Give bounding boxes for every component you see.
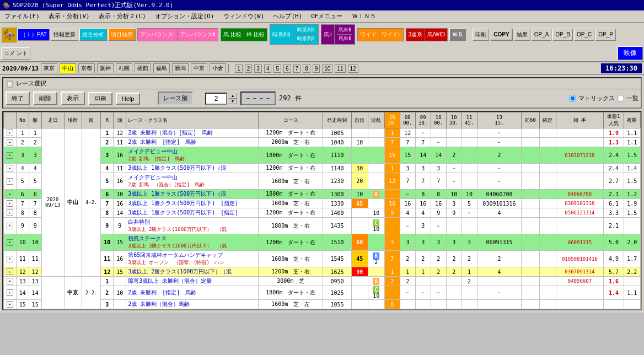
cell-race-name[interactable]: メイクデビュー中山 2歳 新馬 [指定] 馬齢 (126, 147, 259, 164)
radio-matrix-label[interactable]: マトリックス (578, 94, 615, 103)
menu-view[interactable]: 表示・分析(V) (46, 12, 92, 21)
btn-wide2[interactable]: ワイドⅡ (379, 29, 403, 41)
expand-btn[interactable]: + (7, 178, 13, 185)
cell-race-name[interactable]: 白井特別 3歳以上 2勝クラス(1000万円以下） （混 (126, 218, 259, 234)
radio-list-label[interactable]: 一覧 (626, 94, 638, 103)
round-9[interactable]: 9 (313, 64, 320, 73)
venue-nakayama[interactable]: 中山 (60, 63, 76, 73)
menu-file[interactable]: ファイル(F) (2, 12, 42, 21)
menu-w5[interactable]: ＷＩＮ５ (350, 12, 378, 21)
btn-comment[interactable]: コメ ント (1, 47, 30, 60)
round-7[interactable]: 7 (293, 64, 301, 73)
venue-tokyo[interactable]: 東京 (41, 63, 57, 73)
round-11[interactable]: 11 (335, 64, 345, 73)
round-6[interactable]: 6 (283, 64, 291, 73)
btn-analysis[interactable]: 総合分析 (79, 29, 107, 41)
menu-help[interactable]: ヘルプ(H) (271, 12, 304, 21)
ctrl-print[interactable]: 印刷 (88, 92, 112, 105)
radio-list[interactable] (617, 95, 624, 102)
menu-of[interactable]: OFメニュー (309, 12, 345, 21)
venue-kokura[interactable]: 小倉 (210, 63, 226, 73)
expand-btn[interactable]: + (7, 256, 13, 262)
btn-time2[interactable]: 時系列Ⅱ 時系列Ⅱ (293, 25, 318, 44)
table-row[interactable]: +11202009/13中山4-2.112 2歳 未勝利（混合）[指定] 馬齢 … (4, 128, 641, 138)
table-row[interactable]: +1313中京2-2.1 障害3歳以上 未勝利（混合）定量 3000m 芝095… (4, 277, 641, 286)
btn-time1[interactable]: 時系列Ⅰ (270, 25, 293, 44)
cell-race-name[interactable]: 2歳 未勝利 [指定] 馬齢 (126, 286, 259, 300)
venue-kyoto[interactable]: 京都 (78, 63, 95, 73)
menu-window[interactable]: ウィンドウ(W) (221, 12, 267, 21)
btn-wide1[interactable]: ワイド (358, 29, 379, 41)
btn-op-b[interactable]: OP_B (552, 29, 573, 41)
round-5[interactable]: 5 (273, 64, 281, 73)
expand-btn[interactable]: + (7, 278, 13, 284)
toolbar-icon[interactable]: 🏇 (1, 27, 17, 42)
menu-options[interactable]: オプション・設定(O) (153, 12, 217, 21)
btn-horse2[interactable]: 馬単Ⅱ 馬単Ⅱ (335, 25, 355, 44)
expand-btn[interactable]: + (7, 209, 13, 216)
btn-op-a[interactable]: OP_A (532, 29, 552, 41)
venue-hakodate[interactable]: 函館 (135, 63, 151, 73)
cell-race-name[interactable]: 3歳以上 1勝クラス(500万円以下)（混 (126, 190, 259, 199)
round-12[interactable]: 12 (348, 64, 358, 73)
expand-btn[interactable]: + (7, 130, 13, 136)
ctrl-display[interactable]: 表示 (61, 92, 85, 105)
btn-print[interactable]: 印刷 (473, 29, 489, 41)
venue-sapporo[interactable]: 札幌 (116, 63, 132, 73)
venue-hanshin[interactable]: 阪神 (97, 63, 114, 73)
btn-horse-ratio[interactable]: 馬 比較 (221, 29, 244, 41)
radio-matrix[interactable] (569, 95, 576, 102)
round-10[interactable]: 10 (322, 64, 332, 73)
expand-btn[interactable]: + (7, 301, 13, 308)
cell-race-name[interactable]: 初風ステークス 3歳以上 3勝クラス(1600万円以下） （混 (126, 234, 259, 251)
ctrl-race-sep[interactable]: レース別 (158, 92, 193, 105)
expand-btn[interactable]: + (7, 223, 13, 229)
spin-down[interactable]: ▼ (228, 99, 237, 104)
cell-race-name[interactable]: メイクデビュー中山 2歳 新馬 （混合）[指定] 馬齢 (126, 173, 259, 190)
btn-items[interactable]: 項目結果 (108, 29, 136, 41)
expand-btn[interactable]: + (7, 191, 13, 197)
btn-three1[interactable]: 3連系 (406, 29, 426, 41)
venue-fukushima[interactable]: 福島 (153, 63, 170, 73)
expand-btn[interactable]: + (7, 268, 13, 275)
btn-w5[interactable]: Ｗ５ (449, 29, 466, 41)
cell-race-name[interactable]: 第65回京成杯オータムハンデキャップ 3歳以上 オープン （国際）(特指) ハン (126, 251, 259, 267)
round-4[interactable]: 4 (264, 64, 272, 73)
btn-op-p[interactable]: OP_P (595, 29, 616, 41)
btn-op-c[interactable]: OP_C (574, 29, 594, 41)
btn-horse1[interactable]: 馬Ⅱ (321, 25, 335, 44)
ctrl-help[interactable]: Help (116, 93, 140, 105)
ctrl-end[interactable]: 終了 (6, 92, 30, 105)
cell-race-name[interactable]: 3歳以上 1勝クラス(500万円以下)（混 (126, 164, 259, 173)
btn-amb2[interactable]: アンバランスⅡ (178, 29, 218, 41)
expand-btn[interactable]: + (7, 289, 13, 296)
btn-amb1[interactable]: アンバランスⅠ (138, 29, 178, 41)
btn-copy[interactable]: COPY (490, 29, 512, 41)
btn-pat[interactable]: （Ｉ）PAT (18, 29, 50, 41)
spinner-input[interactable]: 2 (205, 93, 227, 105)
btn-info[interactable]: 情報更新 (51, 29, 78, 41)
expand-btn[interactable]: + (7, 139, 13, 146)
spin-up[interactable]: ▲ (228, 93, 237, 99)
menu-view2[interactable]: 表示・分析２(C) (96, 12, 148, 21)
venue-niigata[interactable]: 新潟 (172, 63, 189, 73)
expand-btn[interactable]: + (7, 152, 13, 159)
round-8[interactable]: 8 (303, 64, 310, 73)
round-3[interactable]: 3 (254, 64, 262, 73)
cell-race-name[interactable]: 2歳 未勝利（混合）馬齢 (126, 300, 259, 309)
expand-btn[interactable]: + (7, 200, 13, 207)
venue-chukyo[interactable]: 中京 (191, 63, 207, 73)
cell-race-name[interactable]: 3歳以上 1勝クラス(500万円以下) [指定] (126, 199, 259, 208)
btn-video[interactable]: 映像 (618, 46, 643, 60)
cell-race-name[interactable]: 3歳以上 2勝クラス(1000万円以下）（混 (126, 267, 259, 277)
cell-race-name[interactable]: 3歳以上 1勝クラス(500万円以下) [指定] (126, 208, 259, 218)
expand-btn[interactable]: + (7, 165, 13, 171)
cell-race-name[interactable]: 2歳 未勝利（混合）[指定] 馬齢 (126, 128, 259, 138)
btn-odds-ratio[interactable]: 枠 比較 (244, 29, 267, 41)
round-1[interactable]: 1 (235, 64, 243, 73)
ctrl-delete[interactable]: 削除 (33, 92, 57, 105)
cell-race-name[interactable]: 障害3歳以上 未勝利（混合）定量 (126, 277, 259, 286)
btn-three2[interactable]: 馬/WID (425, 29, 447, 41)
btn-result[interactable]: 結果 (514, 29, 530, 41)
cell-race-name[interactable]: 2歳 未勝利 [指定] 馬齢 (126, 138, 259, 147)
